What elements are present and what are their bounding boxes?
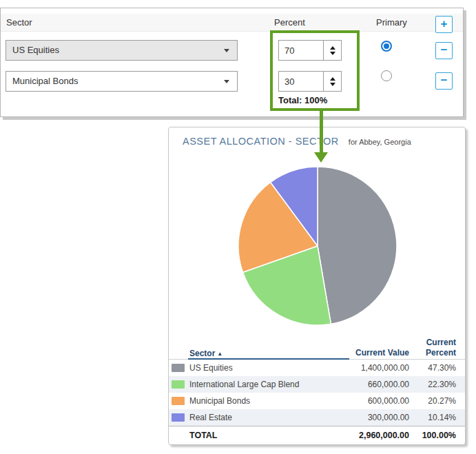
chart-subtitle: for Abbey, Georgia [349,138,411,146]
row-percent: 47.30% [409,363,456,373]
table-row: Municipal Bonds 600,000.00 20.27% [169,393,465,409]
allocation-table: Sector▲ Current Value Current Percent US… [169,338,465,444]
percent-input-1[interactable] [279,41,323,60]
row-value: 600,000.00 [330,396,409,406]
pie-chart[interactable] [236,165,399,327]
row-percent: 22.30% [409,380,456,389]
sector-dropdown-1[interactable]: US Equities [6,40,238,61]
row-value: 1,400,000.00 [330,363,409,373]
primary-radio-2[interactable] [381,70,392,81]
chart-title: ASSET ALLOCATION - SECTOR [183,136,339,147]
row-value: 660,000.00 [330,380,409,389]
step-down-icon [330,52,335,55]
step-up-icon [330,77,335,81]
table-row: US Equities 1,400,000.00 47.30% [169,360,465,376]
remove-row-button-2[interactable]: − [435,72,453,90]
annotation-arrow-line [320,110,323,153]
table-total-row: TOTAL 2,960,000.00 100.00% [169,426,465,444]
row-sector: Municipal Bonds [189,396,330,406]
total-label: TOTAL [189,431,330,440]
table-header-value[interactable]: Current Value [330,348,409,358]
total-percent-label: Total: 100% [278,95,327,105]
percent-stepper-2 [278,71,342,92]
percent-stepper-2-arrows[interactable] [323,72,341,91]
sector-dropdown-2[interactable]: Municipal Bonds [6,71,238,92]
sorted-column-underline [188,358,349,360]
primary-radio-1[interactable] [381,41,392,52]
percent-stepper-1 [278,40,342,61]
percent-stepper-1-arrows[interactable] [323,41,341,60]
total-percent: 100.00% [409,431,456,440]
row-percent: 10.14% [409,413,456,422]
row-sector: International Large Cap Blend [189,380,330,389]
table-header-percent[interactable]: Current Percent [409,338,456,358]
table-header-row: Sector▲ Current Value Current Percent [169,338,465,360]
legend-swatch [172,380,185,389]
legend-swatch [172,397,185,405]
sector-dropdown-1-value: US Equities [12,45,59,55]
row-sector: Real Estate [189,413,330,422]
chevron-down-icon [224,80,229,83]
pie-slice-1[interactable] [318,167,397,324]
legend-swatch [172,364,185,372]
row-value: 300,000.00 [330,413,409,422]
row-sector: US Equities [189,363,330,373]
column-header-primary: Primary [376,14,407,32]
column-header-percent: Percent [274,14,305,32]
total-value: 2,960,000.00 [330,431,409,440]
step-down-icon [330,83,335,86]
row-percent: 20.27% [409,396,456,406]
asset-allocation-panel: ASSET ALLOCATION - SECTORfor Abbey, Geor… [168,127,466,445]
step-up-icon [330,46,335,50]
sort-ascending-icon: ▲ [217,351,223,357]
chevron-down-icon [224,49,229,52]
annotation-arrow-head-icon [314,152,328,163]
legend-swatch [172,413,185,422]
chart-title-row: ASSET ALLOCATION - SECTORfor Abbey, Geor… [183,135,411,147]
allocation-form-panel: Sector Percent Primary + US Equities − M… [0,8,464,117]
table-header-sector[interactable]: Sector▲ [189,349,330,358]
sector-dropdown-2-value: Municipal Bonds [12,76,78,86]
column-header-sector: Sector [6,14,32,32]
table-row: International Large Cap Blend 660,000.00… [169,376,465,393]
add-row-button[interactable]: + [435,16,453,33]
percent-input-2[interactable] [279,72,323,91]
table-row: Real Estate 300,000.00 10.14% [169,409,465,426]
remove-row-button-1[interactable]: − [435,42,453,59]
